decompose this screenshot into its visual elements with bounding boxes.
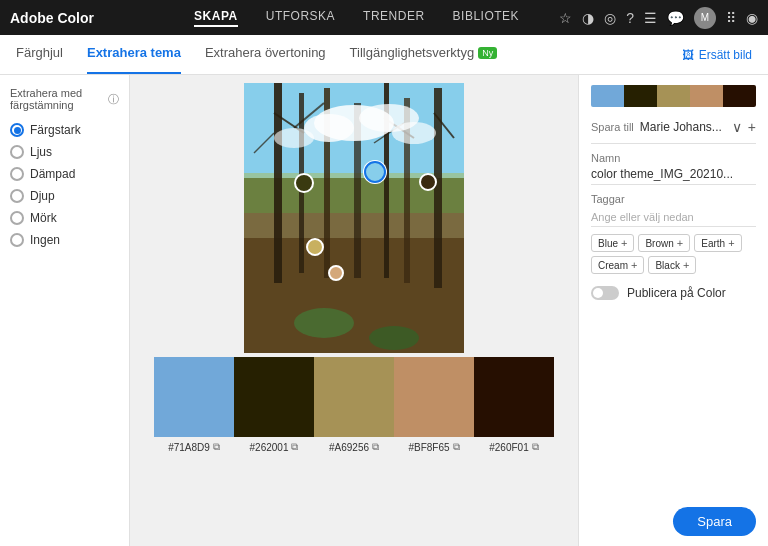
swatch-label-4: #260F01 ⧉ [474,441,554,453]
radio-djup[interactable] [10,189,24,203]
chat-icon[interactable]: 💬 [667,10,684,26]
tab-extrahera-tema[interactable]: Extrahera tema [87,35,181,74]
color-dot-5[interactable] [328,265,344,281]
left-panel: Extrahera med färgstämning ⓘ Färgstark L… [0,75,130,546]
tags-row: Blue + Brown + Earth + Cream + Black + [591,234,756,274]
user-name: Marie Johans... [640,120,726,134]
star-icon[interactable]: ☆ [559,10,572,26]
tags-label: Taggar [591,193,756,205]
nav-links: SKAPA UTFORSKA TRENDER BIBLIOTEK [154,9,559,27]
color-dot-3[interactable] [419,173,437,191]
new-badge: Ny [478,47,497,59]
swatch-4[interactable] [474,357,554,437]
tab-tillganglighet[interactable]: Tillgänglighetsverktyg Ny [350,35,498,74]
radio-fargstark[interactable] [10,123,24,137]
tag-blue[interactable]: Blue + [591,234,634,252]
preview-swatch-2 [657,85,690,107]
publish-label: Publicera på Color [627,286,726,300]
svg-point-7 [369,326,419,350]
moon-icon[interactable]: ◑ [582,10,594,26]
radio-ingen[interactable] [10,233,24,247]
color-dot-1[interactable] [294,173,314,193]
center-panel: #71A8D9 ⧉ #262001 ⧉ #A69256 ⧉ #BF8F65 ⧉ … [130,75,578,546]
option-ingen[interactable]: Ingen [10,233,119,247]
tag-black[interactable]: Black + [648,256,696,274]
color-dot-2[interactable] [364,161,386,183]
swatch-label-2: #A69256 ⧉ [314,441,394,453]
swatches-row [154,357,554,437]
divider-1 [591,143,756,144]
publish-toggle[interactable] [591,286,619,300]
swatch-3[interactable] [394,357,474,437]
right-panel: Spara till Marie Johans... ∨ + Namn colo… [578,75,768,546]
tags-input[interactable]: Ange eller välj nedan [591,208,756,227]
sub-nav: Färghjul Extrahera tema Extrahera överto… [0,35,768,75]
replace-image-button[interactable]: 🖼 Ersätt bild [682,48,752,62]
tab-fargjul[interactable]: Färghjul [16,35,63,74]
tag-brown[interactable]: Brown + [638,234,690,252]
color-dot-4[interactable] [306,238,324,256]
top-nav: Adobe Color SKAPA UTFORSKA TRENDER BIBLI… [0,0,768,35]
image-container[interactable] [244,83,464,353]
copy-icon-3[interactable]: ⧉ [453,441,460,453]
nav-trender[interactable]: TRENDER [363,9,425,27]
image-icon: 🖼 [682,48,694,62]
tags-section: Taggar Ange eller välj nedan Blue + Brow… [591,193,756,274]
svg-point-6 [294,308,354,338]
swatch-label-0: #71A8D9 ⧉ [154,441,234,453]
save-to-row: Spara till Marie Johans... ∨ + [591,119,756,135]
option-ljus[interactable]: Ljus [10,145,119,159]
name-field-row: Namn color theme_IMG_20210... [591,152,756,185]
tag-add-icon[interactable]: + [621,237,627,249]
save-button[interactable]: Spara [673,507,756,536]
brand-logo: Adobe Color [10,10,94,26]
tag-add-icon[interactable]: + [728,237,734,249]
radio-ljus[interactable] [10,145,24,159]
option-djup[interactable]: Djup [10,189,119,203]
tag-cream[interactable]: Cream + [591,256,644,274]
copy-icon-0[interactable]: ⧉ [213,441,220,453]
nav-skapa[interactable]: SKAPA [194,9,238,27]
nav-bibliotek[interactable]: BIBLIOTEK [453,9,520,27]
publish-row: Publicera på Color [591,286,756,300]
grid-icon[interactable]: ⠿ [726,10,736,26]
preview-swatch-1 [624,85,657,107]
name-label: Namn [591,152,756,164]
info-icon[interactable]: ⓘ [108,92,119,107]
option-fargstark[interactable]: Färgstark [10,123,119,137]
preview-swatch-4 [723,85,756,107]
settings-icon[interactable]: ◉ [746,10,758,26]
uploaded-photo [244,83,464,353]
copy-icon-1[interactable]: ⧉ [291,441,298,453]
photo-svg [244,83,464,353]
svg-point-25 [392,122,436,144]
copy-icon-4[interactable]: ⧉ [532,441,539,453]
main-content: Extrahera med färgstämning ⓘ Färgstark L… [0,75,768,546]
color-preview-row [591,85,756,107]
chevron-down-icon[interactable]: ∨ [732,119,742,135]
name-value[interactable]: color theme_IMG_20210... [591,167,756,185]
add-icon[interactable]: + [748,119,756,135]
radio-dampad[interactable] [10,167,24,181]
swatch-0[interactable] [154,357,234,437]
tag-earth[interactable]: Earth + [694,234,741,252]
avatar[interactable]: M [694,7,716,29]
option-mork[interactable]: Mörk [10,211,119,225]
section-label: Extrahera med färgstämning ⓘ [10,87,119,111]
nav-utforska[interactable]: UTFORSKA [266,9,335,27]
swatch-2[interactable] [314,357,394,437]
tag-add-icon[interactable]: + [677,237,683,249]
tab-extrahera-overtoning[interactable]: Extrahera övertoning [205,35,326,74]
help-icon[interactable]: ? [626,10,634,26]
tag-add-icon[interactable]: + [631,259,637,271]
preview-swatch-0 [591,85,624,107]
svg-point-24 [274,128,314,148]
color-wheel-icon[interactable]: ◎ [604,10,616,26]
option-dampad[interactable]: Dämpad [10,167,119,181]
radio-mork[interactable] [10,211,24,225]
menu-icon[interactable]: ☰ [644,10,657,26]
tag-add-icon[interactable]: + [683,259,689,271]
swatch-1[interactable] [234,357,314,437]
swatch-label-1: #262001 ⧉ [234,441,314,453]
copy-icon-2[interactable]: ⧉ [372,441,379,453]
